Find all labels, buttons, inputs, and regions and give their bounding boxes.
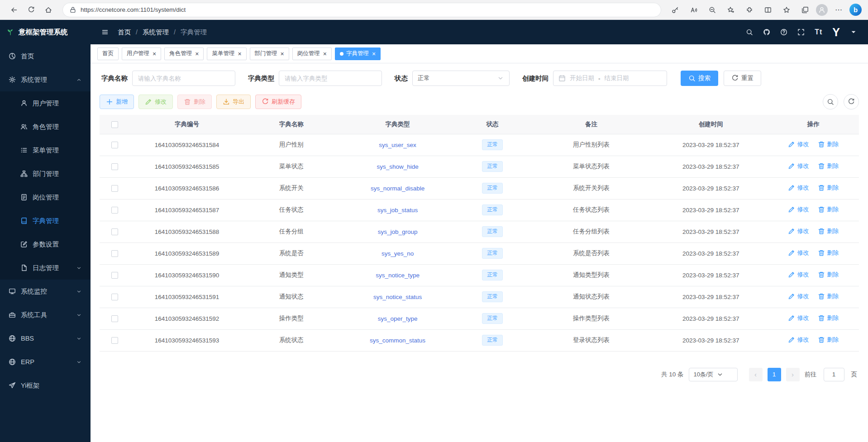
- sidebar-item-yi-framework[interactable]: Yi框架: [0, 374, 91, 397]
- row-edit-button[interactable]: 修改: [788, 249, 809, 257]
- tab-close-icon[interactable]: ×: [153, 51, 156, 57]
- row-checkbox[interactable]: [111, 337, 118, 344]
- breadcrumb-home[interactable]: 首页: [118, 28, 131, 37]
- prev-page-button[interactable]: ‹: [749, 368, 763, 381]
- bing-icon[interactable]: b: [849, 4, 862, 16]
- browser-menu-ellipsis-icon[interactable]: ⋯: [831, 3, 846, 17]
- sidebar-item-dict-mgmt[interactable]: 字典管理: [0, 209, 91, 233]
- breadcrumb-system[interactable]: 系统管理: [143, 28, 169, 37]
- row-checkbox[interactable]: [111, 250, 118, 257]
- select-all-checkbox[interactable]: [111, 121, 118, 128]
- fullscreen-icon[interactable]: [797, 29, 805, 36]
- row-checkbox[interactable]: [111, 163, 118, 170]
- page-size-select[interactable]: 10条/页: [689, 368, 738, 381]
- toggle-search-button[interactable]: [823, 94, 838, 109]
- row-checkbox[interactable]: [111, 142, 118, 148]
- row-checkbox[interactable]: [111, 185, 118, 192]
- row-edit-button[interactable]: 修改: [788, 162, 809, 170]
- dict-type-link[interactable]: sys_oper_type: [378, 315, 418, 322]
- row-delete-button[interactable]: 删除: [818, 336, 839, 344]
- row-checkbox[interactable]: [111, 315, 118, 322]
- dict-type-link[interactable]: sys_show_hide: [377, 163, 418, 170]
- row-edit-button[interactable]: 修改: [788, 227, 809, 235]
- dict-type-link[interactable]: sys_normal_disable: [371, 185, 424, 192]
- extensions-icon[interactable]: [742, 3, 757, 17]
- add-favorite-icon[interactable]: [723, 3, 739, 17]
- browser-refresh-icon[interactable]: [24, 3, 39, 17]
- row-delete-button[interactable]: 删除: [818, 205, 839, 214]
- row-delete-button[interactable]: 删除: [818, 292, 839, 300]
- goto-page-input[interactable]: [824, 368, 844, 381]
- sidebar-item-log-mgmt[interactable]: 日志管理: [0, 256, 91, 280]
- row-edit-button[interactable]: 修改: [788, 292, 809, 300]
- row-delete-button[interactable]: 删除: [818, 227, 839, 235]
- dict-type-link[interactable]: sys_yes_no: [382, 250, 414, 257]
- tab-close-icon[interactable]: ×: [323, 51, 327, 57]
- tab[interactable]: 岗位管理 ×: [292, 48, 332, 60]
- search-button[interactable]: 搜索: [681, 71, 718, 86]
- tab[interactable]: 用户管理 ×: [122, 48, 161, 60]
- row-delete-button[interactable]: 删除: [818, 271, 839, 279]
- search-icon[interactable]: [746, 29, 753, 36]
- zoom-out-icon[interactable]: [705, 3, 720, 17]
- row-checkbox[interactable]: [111, 294, 118, 300]
- row-edit-button[interactable]: 修改: [788, 140, 809, 148]
- sidebar-item-tools[interactable]: 系统工具: [0, 303, 91, 327]
- status-select[interactable]: 正常: [412, 71, 510, 86]
- row-checkbox[interactable]: [111, 207, 118, 214]
- dict-name-input[interactable]: [132, 71, 235, 86]
- refresh-table-button[interactable]: [844, 94, 859, 109]
- sidebar-item-post-mgmt[interactable]: 岗位管理: [0, 185, 91, 209]
- sidebar-item-role-mgmt[interactable]: 角色管理: [0, 115, 91, 138]
- export-button[interactable]: 导出: [216, 95, 251, 109]
- browser-back-icon[interactable]: [6, 3, 22, 17]
- split-screen-icon[interactable]: [760, 3, 776, 17]
- sidebar-item-param-settings[interactable]: 参数设置: [0, 233, 91, 256]
- row-edit-button[interactable]: 修改: [788, 271, 809, 279]
- dict-type-link[interactable]: sys_common_status: [370, 337, 425, 344]
- dict-type-link[interactable]: sys_notice_status: [373, 294, 422, 300]
- tab-close-icon[interactable]: ×: [238, 51, 241, 57]
- refresh-cache-button[interactable]: 刷新缓存: [255, 95, 301, 109]
- dict-type-input[interactable]: [279, 71, 382, 86]
- reset-button[interactable]: 重置: [724, 71, 761, 86]
- read-aloud-icon[interactable]: [686, 3, 701, 17]
- edit-button[interactable]: 修改: [138, 95, 173, 109]
- collections-icon[interactable]: [797, 3, 813, 17]
- dict-type-link[interactable]: sys_user_sex: [379, 142, 416, 148]
- favorites-icon[interactable]: [779, 3, 794, 17]
- github-icon[interactable]: [763, 29, 770, 36]
- next-page-button[interactable]: ›: [786, 368, 800, 381]
- caret-down-icon[interactable]: [850, 29, 857, 36]
- sidebar-item-home[interactable]: 首页: [0, 44, 91, 68]
- sidebar-item-monitor[interactable]: 系统监控: [0, 280, 91, 303]
- sidebar-item-user-mgmt[interactable]: 用户管理: [0, 91, 91, 115]
- row-checkbox[interactable]: [111, 228, 118, 235]
- help-icon[interactable]: [780, 29, 787, 36]
- browser-home-icon[interactable]: [41, 3, 56, 17]
- tab[interactable]: 角色管理 ×: [164, 48, 204, 60]
- delete-button[interactable]: 删除: [177, 95, 212, 109]
- row-edit-button[interactable]: 修改: [788, 314, 809, 322]
- menu-toggle-icon[interactable]: [101, 29, 109, 36]
- font-size-button[interactable]: Tt: [815, 28, 822, 36]
- row-delete-button[interactable]: 删除: [818, 314, 839, 322]
- sidebar-item-menu-mgmt[interactable]: 菜单管理: [0, 138, 91, 162]
- dict-type-link[interactable]: sys_notice_type: [376, 272, 420, 279]
- tab[interactable]: 字典管理 ×: [335, 48, 381, 60]
- row-delete-button[interactable]: 删除: [818, 162, 839, 170]
- dict-type-link[interactable]: sys_job_status: [377, 207, 418, 214]
- row-delete-button[interactable]: 删除: [818, 184, 839, 192]
- tab[interactable]: 部门管理 ×: [250, 48, 289, 60]
- row-edit-button[interactable]: 修改: [788, 184, 809, 192]
- url-bar[interactable]: https://ccnetcore.com:1101/system/dict: [62, 3, 661, 17]
- row-checkbox[interactable]: [111, 272, 118, 279]
- sidebar-item-dept-mgmt[interactable]: 部门管理: [0, 162, 91, 185]
- sidebar-item-erp[interactable]: ERP: [0, 350, 91, 374]
- tab[interactable]: 菜单管理 ×: [207, 48, 246, 60]
- tab[interactable]: 首页 ×: [97, 48, 119, 60]
- password-key-icon[interactable]: [668, 3, 683, 17]
- tab-close-icon[interactable]: ×: [372, 51, 376, 57]
- page-number-1[interactable]: 1: [768, 368, 781, 381]
- sidebar-item-system-mgmt[interactable]: 系统管理: [0, 68, 91, 91]
